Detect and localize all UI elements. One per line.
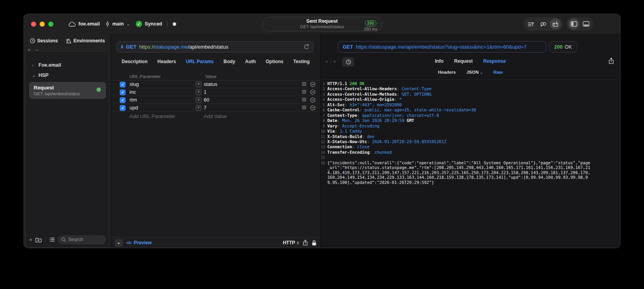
list-options-icon[interactable] bbox=[49, 237, 55, 242]
code-icon: </> bbox=[126, 241, 131, 245]
line-content: Access-Control-Allow-Origin: * bbox=[327, 97, 402, 102]
tree-group-hsp[interactable]: ⌄ HSP bbox=[28, 70, 107, 80]
param-name[interactable]: slug bbox=[130, 81, 139, 87]
new-request-button[interactable]: + bbox=[29, 237, 33, 242]
close-window-button[interactable] bbox=[31, 22, 36, 27]
search-icon bbox=[61, 237, 66, 242]
request-tab-options[interactable]: Options bbox=[266, 59, 283, 64]
response-line: 6Cache-Control: public, max-age=15, stal… bbox=[321, 107, 620, 113]
response-view-tab-raw[interactable]: Raw bbox=[493, 70, 503, 75]
request-summary-status: 200 280 ms bbox=[364, 19, 377, 31]
request-tab-description[interactable]: Description bbox=[122, 59, 148, 64]
param-checkbox[interactable]: ✓ bbox=[120, 97, 126, 103]
expanded-chevron-icon[interactable]: ⌄ bbox=[32, 73, 35, 78]
preview-button[interactable]: </> Preview bbox=[126, 240, 151, 245]
param-value[interactable]: 7 bbox=[204, 105, 206, 111]
add-param-name-placeholder[interactable]: Add URL Parameter bbox=[130, 113, 175, 119]
param-name[interactable]: rtm bbox=[130, 97, 137, 103]
environments-icon bbox=[66, 38, 71, 44]
share-request-icon[interactable] bbox=[303, 240, 308, 246]
request-method[interactable]: GET bbox=[126, 44, 137, 50]
toggle-sidebar-button[interactable] bbox=[568, 18, 579, 29]
response-tab-request[interactable]: Request bbox=[454, 58, 473, 64]
request-url-bar[interactable]: GET https://statuspage.me/api/embed/stat… bbox=[117, 41, 314, 53]
tree-group-foe-email[interactable]: › Foe.email bbox=[28, 60, 107, 70]
param-value[interactable]: status bbox=[204, 81, 217, 87]
request-response-view-button[interactable] bbox=[550, 18, 561, 29]
branch-chevron-down-icon[interactable]: ⌄ bbox=[126, 22, 130, 26]
titlebar-tools bbox=[524, 17, 593, 31]
request-tab-headers[interactable]: Headers bbox=[157, 59, 176, 64]
sent-url: https://statuspage.me/api/embed/status?s… bbox=[356, 44, 527, 50]
collapsed-chevron-icon[interactable]: › bbox=[32, 63, 35, 67]
main-content: Sessions Environments + − bbox=[24, 34, 620, 248]
url-host: statuspage.me bbox=[155, 44, 188, 50]
tab-environments[interactable]: Environments bbox=[66, 38, 105, 44]
param-checkbox[interactable]: ✓ bbox=[120, 105, 126, 111]
equals-badge: = bbox=[196, 89, 201, 95]
add-param-value-placeholder[interactable]: Add Value bbox=[204, 113, 227, 119]
remove-param-icon[interactable] bbox=[310, 82, 316, 88]
request-tab-url-params[interactable]: URL Params bbox=[186, 59, 213, 64]
response-body[interactable]: 1HTTP/1.1 200 OK2Access-Control-Allow-He… bbox=[321, 81, 620, 248]
request-duration: 280 ms bbox=[364, 27, 377, 31]
request-summary-pill[interactable]: Sent Request GET /api/embed/status 200 2… bbox=[262, 17, 382, 31]
sidebar: Sessions Environments + − bbox=[24, 34, 111, 248]
request-url[interactable]: https://statuspage.me/api/embed/status bbox=[139, 44, 228, 50]
request-item-subtitle: GET /api/embed/status bbox=[34, 91, 101, 96]
reorder-handle-icon[interactable] bbox=[302, 89, 306, 95]
protocol-selector[interactable]: HTTP bbox=[283, 240, 299, 245]
session-indicator-dot[interactable] bbox=[173, 22, 176, 26]
flow-view-button[interactable] bbox=[538, 18, 549, 29]
resend-request-icon[interactable] bbox=[304, 44, 309, 50]
reorder-handle-icon[interactable] bbox=[302, 97, 306, 103]
response-tab-response[interactable]: Response bbox=[483, 58, 505, 64]
param-name[interactable]: upd bbox=[130, 105, 138, 111]
response-view-tab-json[interactable]: JSON⌄ bbox=[466, 70, 483, 75]
sidebar-tabs: Sessions Environments bbox=[24, 38, 111, 44]
request-tab-body[interactable]: Body bbox=[224, 59, 235, 64]
show-panel-button[interactable]: ▲ bbox=[115, 239, 123, 247]
sent-request-url[interactable]: GET https://statuspage.me/api/embed/stat… bbox=[338, 41, 546, 53]
lock-icon[interactable] bbox=[312, 240, 317, 246]
zoom-window-button[interactable] bbox=[48, 22, 53, 27]
method-stepper-icon[interactable] bbox=[121, 45, 123, 49]
response-view-tab-headers[interactable]: Headers bbox=[438, 70, 456, 75]
line-content: Alt-Svc: h3=":443"; ma=2592000 bbox=[327, 102, 402, 107]
preview-label: Preview bbox=[134, 240, 151, 245]
traffic-lights bbox=[31, 22, 53, 27]
param-checkbox[interactable]: ✓ bbox=[120, 82, 126, 87]
add-param-row[interactable]: Add URL Parameter Add Value bbox=[111, 112, 320, 120]
request-tab-auth[interactable]: Auth bbox=[245, 59, 256, 64]
param-value[interactable]: 60 bbox=[204, 97, 209, 103]
search-input[interactable]: Search bbox=[58, 235, 106, 244]
equals-badge: = bbox=[196, 105, 201, 111]
remove-param-icon[interactable] bbox=[310, 97, 316, 104]
sidebar-request-item-selected[interactable]: Request GET /api/embed/status bbox=[29, 82, 106, 99]
response-status-badge: 200 OK bbox=[549, 41, 577, 53]
export-response-icon[interactable] bbox=[608, 58, 614, 64]
project-name[interactable]: foe.email bbox=[78, 21, 100, 27]
remove-param-icon[interactable] bbox=[310, 89, 316, 96]
line-content: X-Status-Build: dev bbox=[327, 134, 374, 139]
param-value[interactable]: 1 bbox=[204, 89, 206, 95]
reorder-handle-icon[interactable] bbox=[302, 82, 306, 87]
toggle-bottom-panel-button[interactable] bbox=[580, 18, 591, 29]
branch-name[interactable]: main bbox=[112, 21, 124, 27]
search-placeholder: Search bbox=[68, 237, 83, 242]
reorder-handle-icon[interactable] bbox=[302, 105, 306, 111]
param-name[interactable]: inc bbox=[130, 89, 136, 95]
line-content: HTTP/1.1 200 OK bbox=[327, 81, 365, 86]
response-line: 10Via: 1.1 Caddy bbox=[321, 129, 620, 134]
tab-sessions[interactable]: Sessions bbox=[30, 38, 58, 44]
param-checkbox[interactable]: ✓ bbox=[120, 89, 126, 95]
new-folder-icon[interactable] bbox=[35, 237, 42, 242]
minimize-window-button[interactable] bbox=[40, 22, 45, 27]
response-tab-info[interactable]: Info bbox=[435, 58, 443, 64]
url-scheme: https:// bbox=[139, 44, 155, 50]
remove-param-icon[interactable] bbox=[310, 105, 316, 112]
response-line: 15 bbox=[321, 155, 620, 160]
request-list-view-button[interactable] bbox=[525, 18, 536, 29]
column-header-value: Value bbox=[205, 74, 217, 79]
request-tab-testing[interactable]: Testing bbox=[293, 59, 310, 64]
